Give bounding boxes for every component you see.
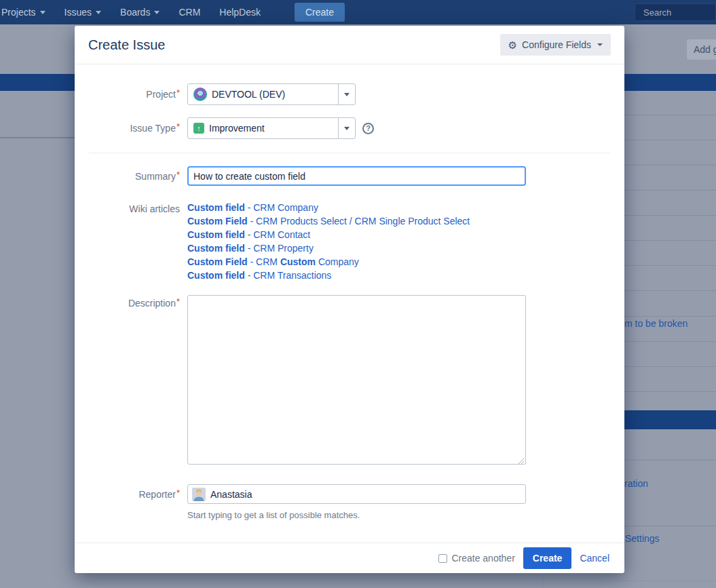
improvement-arrow-up-icon: ↑ <box>193 123 204 134</box>
dialog-footer: Create another Create Cancel <box>75 543 624 573</box>
table-row-divider <box>624 115 716 115</box>
dialog-header: Create Issue ⚙ Configure Fields <box>75 26 624 64</box>
table-row-divider <box>624 240 716 241</box>
issue-type-field-row: Issue Type* ↑ Improvement ? <box>89 117 610 139</box>
nav-item-label: Boards <box>120 7 150 18</box>
description-area <box>187 295 526 467</box>
wiki-article-link[interactable]: Custom field - CRM Transactions <box>187 270 331 281</box>
summary-label: Summary* <box>89 171 187 182</box>
reporter-hint: Start typing to get a list of possible m… <box>187 510 526 520</box>
required-indicator: * <box>176 296 180 307</box>
description-label: Description* <box>89 295 187 467</box>
project-select[interactable]: DEVTOOL (DEV) <box>187 83 356 105</box>
create-another-checkbox[interactable] <box>438 554 447 563</box>
create-another-label: Create another <box>451 553 514 564</box>
table-row-divider <box>624 265 716 266</box>
wiki-articles-label: Wiki articles <box>89 201 187 282</box>
table-row-divider <box>624 215 716 216</box>
issue-type-label: Issue Type* <box>89 123 187 134</box>
wiki-article-link[interactable]: Custom Field - CRM Custom Company <box>187 256 359 267</box>
table-row-divider <box>624 316 716 317</box>
create-issue-dialog: Create Issue ⚙ Configure Fields Project*… <box>75 26 624 573</box>
add-gadget-button[interactable]: Add g <box>687 39 716 60</box>
configure-fields-label: Configure Fields <box>522 39 591 50</box>
table-row-divider <box>624 526 716 526</box>
configure-fields-button[interactable]: ⚙ Configure Fields <box>500 34 611 56</box>
project-select-dropdown-button[interactable] <box>338 84 355 104</box>
gear-icon: ⚙ <box>508 40 517 50</box>
nav-item-label: CRM <box>178 7 200 18</box>
issue-type-select[interactable]: ↑ Improvement <box>187 117 356 139</box>
background-divider <box>621 581 716 581</box>
table-row-divider <box>624 190 716 191</box>
description-field-row: Description* <box>89 295 610 467</box>
wiki-article-link[interactable]: Custom field - CRM Company <box>187 202 318 213</box>
nav-item-helpdesk[interactable]: HelpDesk <box>219 7 261 18</box>
user-avatar <box>192 488 206 501</box>
project-select-content: DEVTOOL (DEV) <box>188 87 338 101</box>
top-navigation-bar: ProjectsIssuesBoardsCRMHelpDesk Create <box>0 0 716 24</box>
table-row-divider <box>624 391 716 392</box>
description-textarea[interactable] <box>187 295 526 465</box>
wiki-article-line: Custom field - CRM Company <box>187 201 470 214</box>
nav-item-projects[interactable]: Projects <box>1 7 45 18</box>
wiki-articles-row: Wiki articles Custom field - CRM Company… <box>89 201 610 282</box>
background-link[interactable]: m to be broken <box>624 318 687 329</box>
project-label: Project* <box>89 89 187 100</box>
background-link[interactable]: Settings <box>625 533 660 544</box>
wiki-article-line: Custom field - CRM Property <box>187 241 470 255</box>
required-indicator: * <box>176 170 180 180</box>
required-indicator: * <box>176 121 180 132</box>
wiki-article-link[interactable]: Custom field - CRM Property <box>187 243 314 254</box>
wiki-article-link[interactable]: Custom field - CRM Contact <box>187 229 310 240</box>
chevron-down-icon <box>96 11 101 14</box>
wiki-article-link[interactable]: Custom Field - CRM Products Select / CRM… <box>187 216 470 227</box>
wiki-article-line: Custom field - CRM Contact <box>187 228 470 241</box>
table-row-divider <box>624 341 716 342</box>
summary-field-row: Summary* <box>89 166 610 186</box>
chevron-down-icon <box>344 93 350 96</box>
nav-item-label: Issues <box>64 7 92 18</box>
issue-type-select-dropdown-button[interactable] <box>338 118 355 138</box>
issue-type-select-content: ↑ Improvement <box>188 123 338 134</box>
summary-input[interactable] <box>187 166 526 186</box>
reporter-input-box <box>187 484 526 504</box>
table-row-divider <box>624 165 716 165</box>
background-link[interactable]: ration <box>624 478 648 489</box>
table-row-divider <box>624 366 716 367</box>
wiki-article-line: Custom Field - CRM Products Select / CRM… <box>187 214 470 228</box>
help-icon[interactable]: ? <box>362 123 374 134</box>
required-indicator: * <box>176 87 180 98</box>
nav-item-label: Projects <box>1 7 36 18</box>
background-section-banner <box>624 410 716 429</box>
background-divider <box>542 574 543 588</box>
background-panel-edge <box>0 137 75 138</box>
chevron-down-icon <box>344 127 350 130</box>
table-row-divider <box>624 460 716 460</box>
nav-item-crm[interactable]: CRM <box>178 7 200 18</box>
chevron-down-icon <box>40 11 45 14</box>
nav-item-boards[interactable]: Boards <box>120 7 159 18</box>
cancel-link[interactable]: Cancel <box>580 553 609 564</box>
section-divider <box>89 153 610 153</box>
search-input[interactable] <box>635 3 716 21</box>
add-gadget-label: Add g <box>694 44 716 55</box>
reporter-field-row: Reporter* Start typing to get a list of … <box>89 484 610 520</box>
project-field-row: Project* DEVTOOL (DEV) <box>89 83 610 105</box>
dialog-body: Project* DEVTOOL (DEV) Issue Type* ↑ <box>75 83 624 520</box>
wiki-articles-list: Custom field - CRM CompanyCustom Field -… <box>187 201 470 282</box>
reporter-label: Reporter* <box>89 484 187 520</box>
project-avatar <box>193 87 207 101</box>
nav-create-button[interactable]: Create <box>295 3 345 22</box>
table-row-divider <box>624 140 716 140</box>
project-select-value: DEVTOOL (DEV) <box>212 89 285 100</box>
issue-type-select-value: Improvement <box>209 123 265 134</box>
nav-item-label: HelpDesk <box>219 7 261 18</box>
reporter-input[interactable] <box>210 489 521 500</box>
required-indicator: * <box>176 488 180 498</box>
create-button[interactable]: Create <box>523 547 572 569</box>
table-row-divider <box>624 290 716 291</box>
chevron-down-icon <box>597 43 603 46</box>
wiki-article-line: Custom field - CRM Transactions <box>187 269 470 282</box>
nav-item-issues[interactable]: Issues <box>64 7 101 18</box>
